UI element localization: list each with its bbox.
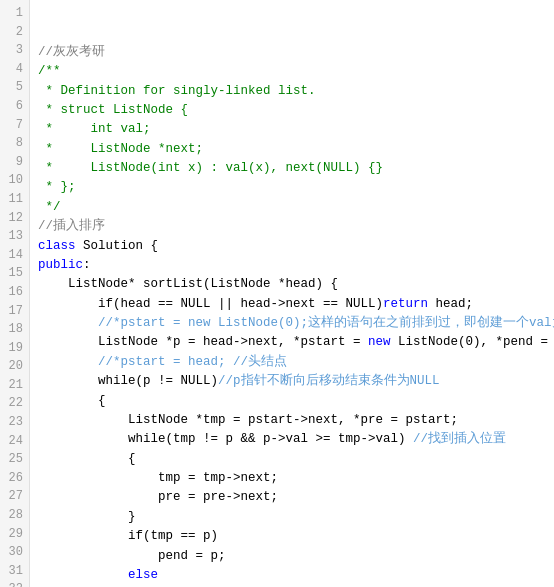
code-line: * struct ListNode {	[38, 101, 546, 120]
line-number: 24	[8, 432, 23, 451]
code-line: * Definition for singly-linked list.	[38, 82, 546, 101]
line-number: 2	[8, 23, 23, 42]
code-line: while(tmp != p && p->val >= tmp->val) //…	[38, 430, 546, 449]
line-number: 3	[8, 41, 23, 60]
code-line: while(p != NULL)//p指针不断向后移动结束条件为NULL	[38, 372, 546, 391]
code-line: {	[38, 450, 546, 469]
code-line: ListNode* sortList(ListNode *head) {	[38, 275, 546, 294]
line-number: 15	[8, 264, 23, 283]
line-number: 14	[8, 246, 23, 265]
code-line: /**	[38, 62, 546, 81]
code-line: if(tmp == p)	[38, 527, 546, 546]
line-number: 1	[8, 4, 23, 23]
line-number: 6	[8, 97, 23, 116]
line-number: 9	[8, 153, 23, 172]
code-area: 1234567891011121314151617181920212223242…	[0, 0, 554, 587]
code-line: * ListNode(int x) : val(x), next(NULL) {…	[38, 159, 546, 178]
line-number: 29	[8, 525, 23, 544]
code-line: pend = p;	[38, 547, 546, 566]
line-number: 23	[8, 413, 23, 432]
line-numbers: 1234567891011121314151617181920212223242…	[0, 0, 30, 587]
line-number: 10	[8, 171, 23, 190]
line-number: 7	[8, 116, 23, 135]
line-number: 21	[8, 376, 23, 395]
code-line: * ListNode *next;	[38, 140, 546, 159]
line-number: 5	[8, 78, 23, 97]
line-number: 12	[8, 209, 23, 228]
line-number: 28	[8, 506, 23, 525]
line-number: 27	[8, 487, 23, 506]
code-line: //灰灰考研	[38, 43, 546, 62]
code-line: * int val;	[38, 120, 546, 139]
code-line: if(head == NULL || head->next == NULL)re…	[38, 295, 546, 314]
code-line: ListNode *tmp = pstart->next, *pre = pst…	[38, 411, 546, 430]
line-number: 8	[8, 134, 23, 153]
line-number: 31	[8, 562, 23, 581]
line-number: 20	[8, 357, 23, 376]
code-line: */	[38, 198, 546, 217]
code-editor: 1234567891011121314151617181920212223242…	[0, 0, 554, 587]
line-number: 18	[8, 320, 23, 339]
code-line: {	[38, 392, 546, 411]
line-number: 22	[8, 394, 23, 413]
line-number: 19	[8, 339, 23, 358]
code-line: public:	[38, 256, 546, 275]
line-number: 13	[8, 227, 23, 246]
code-line: //*pstart = head; //头结点	[38, 353, 546, 372]
code-line: //插入排序	[38, 217, 546, 236]
line-number: 25	[8, 450, 23, 469]
code-line: tmp = tmp->next;	[38, 469, 546, 488]
line-number: 17	[8, 302, 23, 321]
code-line: pre = pre->next;	[38, 488, 546, 507]
line-number: 32	[8, 580, 23, 587]
code-line: //*pstart = new ListNode(0);这样的语句在之前排到过，…	[38, 314, 546, 333]
line-number: 16	[8, 283, 23, 302]
code-line: }	[38, 508, 546, 527]
line-number: 30	[8, 543, 23, 562]
code-line: class Solution {	[38, 237, 546, 256]
code-line: else	[38, 566, 546, 585]
line-number: 26	[8, 469, 23, 488]
line-number: 11	[8, 190, 23, 209]
line-number: 4	[8, 60, 23, 79]
code-line: * };	[38, 178, 546, 197]
code-line: ListNode *p = head->next, *pstart = new …	[38, 333, 546, 352]
code-content: //灰灰考研/** * Definition for singly-linked…	[30, 0, 554, 587]
